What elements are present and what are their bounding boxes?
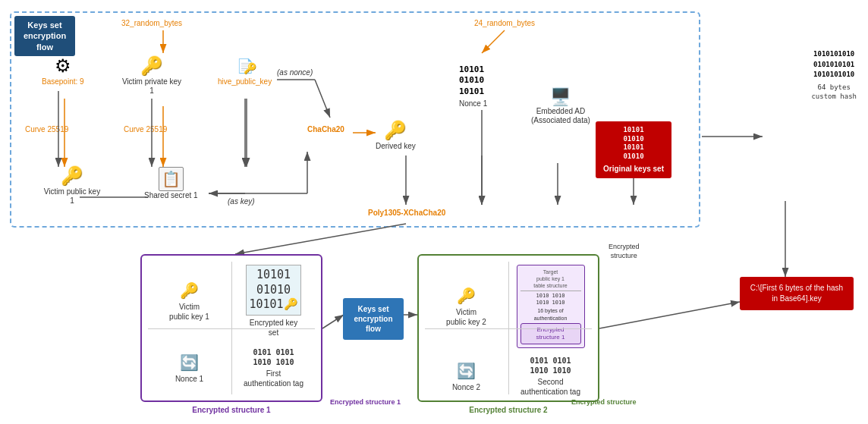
enc2-nested-sublabel: 16 bytes ofauthentication — [520, 307, 581, 321]
enc2-pubkey-icon: 🔑 — [457, 286, 476, 306]
enc1-pubkey-label: Victimpublic key 1 — [169, 302, 209, 322]
hive-public-key-icon: 📄🔑 — [237, 57, 253, 74]
orig-keys-binary: 10101010101010101010 — [602, 126, 665, 162]
nonce1-top-label: Nonce 1 — [459, 99, 487, 108]
enc2-nonce2-label: Nonce 2 — [452, 382, 480, 392]
enc-structure-bottom-2-label: Encrypted structure — [571, 398, 637, 406]
hive-public-key-label: hive_public_key — [218, 77, 272, 86]
enc1-nonce1-icon: 🔄 — [180, 353, 199, 372]
derived-key-label: Derived key — [376, 142, 416, 151]
enc2-auth-binary: 0101 01011010 1010 — [530, 356, 571, 375]
random-bytes-24-label: 24_random_bytes — [474, 19, 535, 27]
encrypted-structure-1-box: 🔑 Victimpublic key 1 101010101010101🔑 En… — [140, 254, 322, 402]
enc2-pubkey-label: Victimpublic key 2 — [446, 307, 486, 327]
svg-line-16 — [235, 224, 406, 254]
victim-private-key-1-label: Victim private key 1 — [121, 77, 182, 96]
right-binary-text: 101010101001010101011010101010 — [811, 49, 857, 80]
enc1-nonce1-label: Nonce 1 — [175, 374, 203, 384]
divider-h-2 — [425, 328, 592, 329]
random-bytes-32-label: 32_random_bytes — [121, 19, 182, 27]
enc2-cell-victim-pubkey: 🔑 Victimpublic key 2 — [425, 262, 508, 351]
embedded-ad-label: Embedded AD(Associated data) — [531, 107, 590, 125]
chacha20-label: ChaCha20 — [307, 125, 344, 133]
embedded-ad-icon: 🖥️ — [550, 87, 571, 107]
as-nonce-label: (as nonce) — [277, 68, 313, 77]
enc2-cell-auth-tag: 0101 01011010 1010 Secondauthentication … — [509, 353, 592, 400]
right-binary-sublabel: 64 bytescustom hash — [811, 83, 857, 102]
enc2-nested-binary: 1010 10101010 1010 — [520, 291, 581, 306]
svg-line-17 — [322, 315, 344, 328]
nonce1-binary: 101010101010101 — [459, 64, 487, 97]
enc1-auth-binary: 0101 01011010 1010 — [253, 347, 294, 367]
basepoint-label: Basepoint: 9 — [42, 77, 84, 86]
curve-25519-label-2: Curve 25519 — [124, 125, 167, 133]
victim-private-key-1-node: 🔑 Victim private key 1 — [121, 57, 182, 96]
victim-private-key-1-icon: 🔑 — [140, 57, 163, 75]
victim-public-key-1-icon: 🔑 — [61, 167, 83, 185]
enc1-keyset-icon: 101010101010101🔑 — [246, 265, 300, 316]
right-binary: 101010101001010101011010101010 64 bytesc… — [811, 49, 857, 102]
enc1-cell-nonce1: 🔄 Nonce 1 — [148, 342, 231, 395]
svg-line-22 — [599, 302, 740, 328]
keys-set-label: Keys set encryption flow — [14, 16, 75, 56]
enc2-nonce2-icon: 🔄 — [457, 361, 476, 381]
enc2-cell-enc-structure: Targetpublic key 1table structure 1010 1… — [509, 262, 592, 351]
enc2-nested-box: Targetpublic key 1table structure 1010 1… — [517, 265, 585, 348]
nonce1-top-node: 101010101010101 Nonce 1 — [459, 64, 487, 108]
enc-box-1-label: Encrypted structure 1 — [192, 406, 270, 414]
enc-structure-top-label: Encryptedstructure — [609, 243, 640, 260]
victim-public-key-1-node: 🔑 Victim public key 1 — [42, 167, 102, 206]
enc2-auth-label: Secondauthentication tag — [520, 377, 580, 397]
derived-key-icon: 🔑 — [384, 121, 407, 140]
shared-secret-1-label: Shared secret 1 — [144, 191, 198, 200]
poly1305-label: Poly1305-XChaCha20 — [368, 209, 445, 217]
shared-secret-1-icon: 📋 — [159, 167, 184, 191]
original-keys-box: 10101010101010101010 Original keys set — [596, 121, 671, 178]
enc1-keyset-label: Encrypted keyset — [250, 318, 297, 338]
enc2-nested-labels: Targetpublic key 1table structure — [520, 269, 581, 289]
enc1-pubkey-icon: 🔑 — [180, 281, 199, 300]
divider-h-1 — [148, 328, 315, 329]
orig-keys-label: Original keys set — [602, 164, 665, 174]
shared-secret-1-node: 📋 Shared secret 1 — [144, 167, 198, 200]
as-key-label: (as key) — [228, 197, 255, 206]
hive-public-key-node: 📄🔑 hive_public_key — [218, 57, 272, 86]
victim-public-key-1-label: Victim public key 1 — [42, 187, 102, 206]
enc2-nested-enc-label: Encryptedstructure 1 — [520, 323, 581, 345]
derived-key-node: 🔑 Derived key — [376, 121, 416, 151]
filepath-box: C:\[First 6 bytes of the hash in Base64]… — [740, 277, 854, 310]
enc-structure-bottom-1-label: Encrypted structure 1 — [330, 398, 401, 406]
enc1-auth-label: Firstauthentication tag — [244, 369, 303, 388]
encrypted-structure-2-box: 🔑 Victimpublic key 2 Targetpublic key 1t… — [417, 254, 599, 402]
enc-box-2-label: Encrypted structure 2 — [469, 406, 547, 414]
enc2-cell-nonce2: 🔄 Nonce 2 — [425, 353, 508, 400]
curve-25519-label-1: Curve 25519 — [25, 125, 68, 133]
basepoint-node: ⚙ Basepoint: 9 — [42, 57, 84, 86]
basepoint-icon: ⚙ — [55, 57, 71, 75]
embedded-ad-node: 🖥️ Embedded AD(Associated data) — [531, 87, 590, 125]
top-dashed-box — [10, 11, 700, 228]
diagram-container: Keys set encryption flow — [4, 4, 864, 420]
flow-box: Keys set encryption flow — [343, 298, 404, 340]
enc1-cell-auth-tag: 0101 01011010 1010 Firstauthentication t… — [232, 342, 315, 395]
